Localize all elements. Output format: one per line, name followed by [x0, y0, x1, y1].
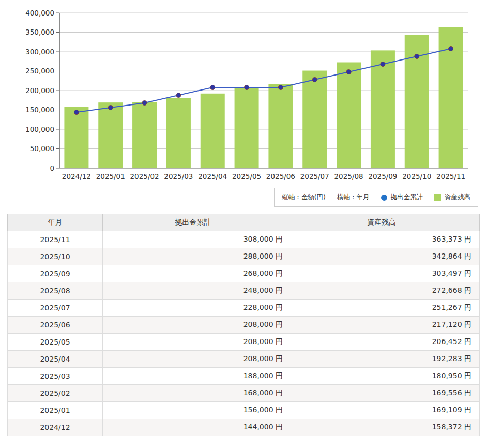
table-row-2025-02: 2025/02168,000 円169,556 円	[8, 385, 480, 402]
bar-2025/08	[337, 62, 361, 168]
line-marker-2025/08	[346, 70, 351, 74]
line-marker-2025/10	[415, 54, 419, 59]
bar-2025/05	[235, 88, 259, 168]
balance-cell: 158,372 円	[291, 419, 480, 436]
svg-text:150,000: 150,000	[25, 106, 54, 114]
x-axis-labels: 2024/122025/012025/022025/032025/042025/…	[62, 172, 465, 181]
line-marker-2025/06	[278, 85, 283, 90]
bar-series	[64, 27, 463, 168]
chart-area: 050,000100,000150,000200,000250,000300,0…	[0, 0, 487, 184]
bar-2024/12	[64, 107, 88, 168]
legend-row: 縦軸：金額(円) 横軸：年月 拠出金累計 資産残高	[0, 188, 487, 207]
month-cell: 2025/09	[8, 265, 103, 282]
x-tick-label: 2025/04	[198, 172, 227, 181]
month-cell: 2025/07	[8, 300, 103, 317]
line-marker-2025/11	[449, 47, 453, 51]
balance-cell: 251,267 円	[291, 300, 480, 317]
x-tick-label: 2025/02	[130, 172, 159, 181]
table-row-2025-03: 2025/03188,000 円180,950 円	[8, 368, 480, 385]
line-marker-2025/09	[381, 62, 385, 67]
balance-cell: 169,109 円	[291, 402, 480, 419]
bar-2025/04	[201, 94, 225, 168]
y-axis-labels: 050,000100,000150,000200,000250,000300,0…	[25, 9, 54, 172]
balance-cell: 180,950 円	[291, 368, 480, 385]
balance-cell: 342,864 円	[291, 248, 480, 265]
svg-text:300,000: 300,000	[25, 48, 54, 56]
month-cell: 2025/04	[8, 351, 103, 368]
svg-text:0: 0	[50, 164, 54, 172]
month-cell: 2025/08	[8, 282, 103, 300]
line-series-dot-icon	[381, 195, 387, 201]
chart-legend: 縦軸：金額(円) 横軸：年月 拠出金累計 資産残高	[274, 188, 478, 207]
contribution-cell: 208,000 円	[103, 351, 291, 368]
line-marker-2024/12	[74, 110, 79, 115]
x-tick-label: 2025/11	[436, 172, 465, 181]
balance-cell: 169,556 円	[291, 385, 480, 402]
month-cell: 2025/10	[8, 248, 103, 265]
table-row-2025-09: 2025/09268,000 円303,497 円	[8, 265, 480, 282]
table-row-2025-01: 2025/01156,000 円169,109 円	[8, 402, 480, 419]
line-series	[74, 47, 453, 115]
month-cell: 2025/05	[8, 334, 103, 351]
bar-2025/06	[268, 84, 293, 168]
legend-vertical-axis-label: 縦軸：金額(円)	[282, 193, 326, 202]
bar-2025/02	[132, 102, 157, 168]
asset-report-page: 050,000100,000150,000200,000250,000300,0…	[0, 0, 487, 448]
legend-horizontal-axis-label: 横軸：年月	[337, 193, 370, 202]
x-tick-label: 2025/09	[368, 172, 397, 181]
contribution-cell: 268,000 円	[103, 265, 291, 282]
month-cell: 2025/02	[8, 385, 103, 402]
bar-2025/09	[371, 50, 395, 168]
table-row-2025-06: 2025/06208,000 円217,120 円	[8, 317, 480, 334]
balance-cell: 363,373 円	[291, 231, 480, 248]
history-table-body: 2025/11308,000 円363,373 円2025/10288,000 …	[8, 231, 480, 436]
contribution-cell: 248,000 円	[103, 282, 291, 300]
svg-text:50,000: 50,000	[30, 144, 54, 153]
contribution-cell: 188,000 円	[103, 368, 291, 385]
bar-line-chart: 050,000100,000150,000200,000250,000300,0…	[0, 0, 487, 184]
x-tick-label: 2024/12	[62, 172, 91, 181]
line-marker-2025/02	[142, 101, 147, 106]
contribution-cell: 168,000 円	[103, 385, 291, 402]
svg-text:200,000: 200,000	[25, 86, 54, 95]
month-cell: 2025/03	[8, 368, 103, 385]
header-contribution: 拠出金累計	[103, 214, 291, 231]
header-balance: 資産残高	[291, 214, 480, 231]
table-row-2025-11: 2025/11308,000 円363,373 円	[8, 231, 480, 248]
month-cell: 2025/11	[8, 231, 103, 248]
svg-text:100,000: 100,000	[25, 125, 54, 133]
balance-cell: 303,497 円	[291, 265, 480, 282]
x-tick-label: 2025/08	[334, 172, 363, 181]
balance-cell: 192,283 円	[291, 351, 480, 368]
contribution-cell: 144,000 円	[103, 419, 291, 436]
history-table: 年月 拠出金累計 資産残高 2025/11308,000 円363,373 円2…	[7, 214, 480, 436]
line-marker-2025/07	[312, 78, 317, 82]
legend-bar-series: 資産残高	[434, 193, 470, 202]
svg-text:400,000: 400,000	[25, 9, 54, 17]
table-row-2025-05: 2025/05208,000 円206,452 円	[8, 334, 480, 351]
x-tick-label: 2025/05	[232, 172, 261, 181]
contribution-cell: 208,000 円	[103, 317, 291, 334]
contribution-cell: 308,000 円	[103, 231, 291, 248]
legend-bar-series-label: 資産残高	[445, 193, 470, 202]
line-marker-2025/05	[245, 85, 249, 90]
contribution-cell: 208,000 円	[103, 334, 291, 351]
bar-2025/01	[98, 102, 123, 168]
month-cell: 2025/06	[8, 317, 103, 334]
table-row-2024-12: 2024/12144,000 円158,372 円	[8, 419, 480, 436]
balance-cell: 217,120 円	[291, 317, 480, 334]
x-tick-label: 2025/01	[96, 172, 125, 181]
bar-2025/03	[166, 98, 191, 168]
legend-line-series-label: 拠出金累計	[391, 193, 423, 202]
table-row-2025-10: 2025/10288,000 円342,864 円	[8, 248, 480, 265]
table-row-2025-08: 2025/08248,000 円272,668 円	[8, 282, 480, 300]
bar-series-square-icon	[434, 194, 441, 201]
table-header-row: 年月 拠出金累計 資産残高	[8, 214, 480, 231]
y-axis-ticks	[56, 13, 59, 168]
contribution-cell: 156,000 円	[103, 402, 291, 419]
line-marker-2025/03	[176, 93, 181, 98]
month-cell: 2025/01	[8, 402, 103, 419]
line-marker-2025/01	[108, 106, 113, 110]
contribution-cell: 288,000 円	[103, 248, 291, 265]
line-marker-2025/04	[210, 85, 215, 90]
